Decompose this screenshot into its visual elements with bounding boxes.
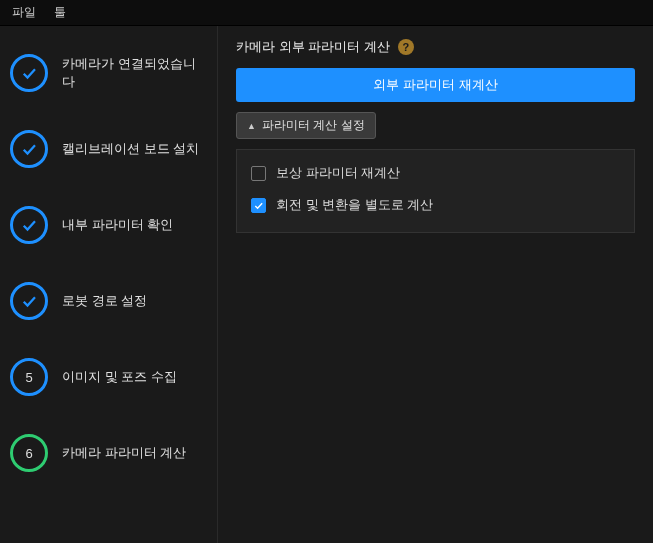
checkbox[interactable] (251, 198, 266, 213)
step-item[interactable]: 카메라가 연결되었습니다 (10, 54, 207, 92)
step-label: 내부 파라미터 확인 (62, 216, 173, 234)
check-icon (10, 54, 48, 92)
check-icon (10, 282, 48, 320)
layout: 카메라가 연결되었습니다캘리브레이션 보드 설치내부 파라미터 확인로봇 경로 … (0, 26, 653, 543)
section-toggle[interactable]: ▲ 파라미터 계산 설정 (236, 112, 376, 139)
step-item[interactable]: 6카메라 파라미터 계산 (10, 434, 207, 472)
menu-file[interactable]: 파일 (12, 4, 36, 21)
step-label: 로봇 경로 설정 (62, 292, 147, 310)
step-label: 캘리브레이션 보드 설치 (62, 140, 199, 158)
checkbox-label: 회전 및 변환을 별도로 계산 (276, 196, 433, 214)
step-number-badge: 6 (10, 434, 48, 472)
caret-up-icon: ▲ (247, 121, 256, 131)
main-panel: 카메라 외부 파라미터 계산 ? 외부 파라미터 재계산 ▲ 파라미터 계산 설… (218, 26, 653, 543)
step-label: 카메라 파라미터 계산 (62, 444, 186, 462)
menu-tools[interactable]: 툴 (54, 4, 66, 21)
checkbox[interactable] (251, 166, 266, 181)
step-label: 이미지 및 포즈 수집 (62, 368, 177, 386)
section-title: 파라미터 계산 설정 (262, 117, 365, 134)
main-title: 카메라 외부 파라미터 계산 (236, 38, 390, 56)
checkbox-row[interactable]: 보상 파라미터 재계산 (251, 164, 620, 182)
check-icon (10, 206, 48, 244)
step-item[interactable]: 캘리브레이션 보드 설치 (10, 130, 207, 168)
settings-panel: 보상 파라미터 재계산회전 및 변환을 별도로 계산 (236, 149, 635, 233)
step-label: 카메라가 연결되었습니다 (62, 55, 207, 91)
checkbox-label: 보상 파라미터 재계산 (276, 164, 400, 182)
step-item[interactable]: 5이미지 및 포즈 수집 (10, 358, 207, 396)
step-item[interactable]: 내부 파라미터 확인 (10, 206, 207, 244)
checkbox-row[interactable]: 회전 및 변환을 별도로 계산 (251, 196, 620, 214)
help-icon[interactable]: ? (398, 39, 414, 55)
step-number-badge: 5 (10, 358, 48, 396)
step-number: 6 (25, 446, 32, 461)
recalculate-button[interactable]: 외부 파라미터 재계산 (236, 68, 635, 102)
step-item[interactable]: 로봇 경로 설정 (10, 282, 207, 320)
step-number: 5 (25, 370, 32, 385)
main-header: 카메라 외부 파라미터 계산 ? (236, 38, 635, 68)
menubar: 파일 툴 (0, 0, 653, 26)
sidebar: 카메라가 연결되었습니다캘리브레이션 보드 설치내부 파라미터 확인로봇 경로 … (0, 26, 218, 543)
check-icon (10, 130, 48, 168)
